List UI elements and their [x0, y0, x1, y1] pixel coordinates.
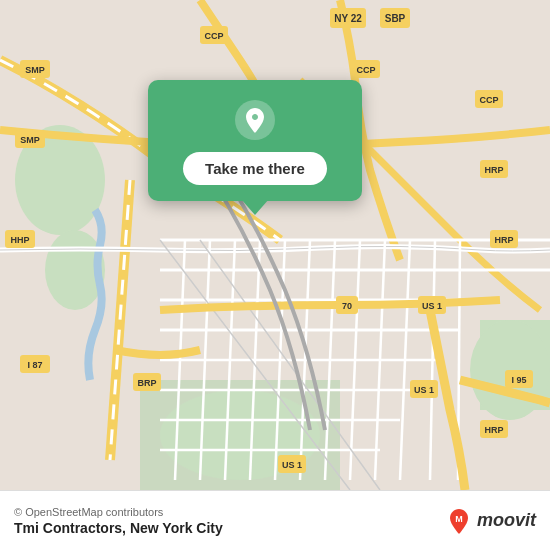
svg-text:CCP: CCP	[479, 95, 498, 105]
take-me-there-button[interactable]: Take me there	[183, 152, 327, 185]
bottom-bar: © OpenStreetMap contributors Tmi Contrac…	[0, 490, 550, 550]
location-name: Tmi Contractors, New York City	[14, 520, 223, 536]
map-container: NY 22 SBP CCP CCP CCP SMP SMP HHP HRP HR…	[0, 0, 550, 490]
osm-credit: © OpenStreetMap contributors	[14, 506, 223, 518]
moovit-icon: M	[445, 507, 473, 535]
svg-text:CCP: CCP	[356, 65, 375, 75]
svg-text:M: M	[455, 514, 463, 524]
svg-text:HRP: HRP	[484, 425, 503, 435]
moovit-logo: M moovit	[445, 507, 536, 535]
svg-text:US 1: US 1	[282, 460, 302, 470]
svg-text:SMP: SMP	[20, 135, 40, 145]
svg-text:SMP: SMP	[25, 65, 45, 75]
svg-text:70: 70	[342, 301, 352, 311]
moovit-text: moovit	[477, 510, 536, 531]
svg-text:SBP: SBP	[385, 13, 406, 24]
location-pin-icon	[233, 98, 277, 142]
svg-text:HHP: HHP	[10, 235, 29, 245]
popup-card: Take me there	[148, 80, 362, 201]
location-info: © OpenStreetMap contributors Tmi Contrac…	[14, 506, 223, 536]
svg-text:US 1: US 1	[422, 301, 442, 311]
svg-text:I 95: I 95	[511, 375, 526, 385]
svg-text:I 87: I 87	[27, 360, 42, 370]
svg-text:HRP: HRP	[494, 235, 513, 245]
svg-text:CCP: CCP	[204, 31, 223, 41]
svg-text:HRP: HRP	[484, 165, 503, 175]
svg-text:US 1: US 1	[414, 385, 434, 395]
svg-text:NY 22: NY 22	[334, 13, 362, 24]
svg-text:BRP: BRP	[137, 378, 156, 388]
